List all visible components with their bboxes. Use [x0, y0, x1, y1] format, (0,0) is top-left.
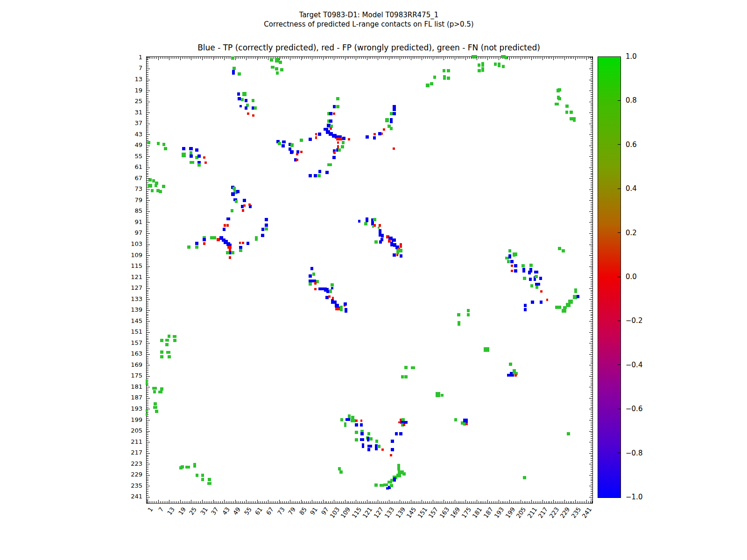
- major-tick: [180, 57, 181, 60]
- major-tick: [499, 500, 499, 503]
- x-tick-label: 49: [232, 506, 242, 516]
- colorbar-tick-label: 0.2: [626, 229, 658, 237]
- major-tick: [553, 500, 554, 503]
- x-tick-label: 217: [537, 506, 550, 519]
- contact-point-fn: [402, 472, 406, 476]
- contact-point-fp: [300, 151, 303, 153]
- contact-point-fn: [404, 366, 408, 369]
- contact-point-fp: [540, 290, 543, 293]
- y-tick-label: 205: [110, 427, 142, 434]
- contact-point-fn: [213, 236, 216, 239]
- contact-point-fn: [562, 249, 565, 252]
- contact-point-tp: [309, 174, 312, 177]
- major-tick: [589, 376, 592, 377]
- contact-point-fn: [338, 148, 341, 152]
- contact-point-fn: [276, 71, 279, 75]
- major-tick: [455, 500, 455, 503]
- major-tick: [279, 57, 280, 60]
- contact-point-fp: [314, 282, 317, 284]
- contact-point-fn: [401, 375, 404, 378]
- contact-point-fp: [400, 243, 402, 247]
- y-tick-label: 103: [110, 240, 142, 248]
- contact-point-fn: [385, 118, 389, 122]
- major-tick: [589, 354, 592, 355]
- major-tick: [257, 500, 258, 503]
- x-tick-label: 67: [265, 506, 275, 516]
- contact-point-fn: [523, 476, 526, 479]
- contact-point-fn: [558, 247, 561, 250]
- colorbar-tick-label: 0.8: [626, 96, 658, 105]
- contact-point-fn: [374, 240, 378, 244]
- y-tick-label: 49: [110, 141, 142, 149]
- major-tick: [589, 475, 592, 476]
- contact-point-tp: [290, 151, 293, 154]
- contact-point-fn: [344, 422, 346, 427]
- major-tick: [589, 497, 592, 497]
- colorbar-tick-label: 1.0: [626, 52, 658, 61]
- major-tick: [268, 57, 268, 60]
- x-tick-label: 127: [372, 506, 385, 519]
- x-tick-label: 43: [221, 506, 231, 516]
- major-tick: [246, 57, 247, 60]
- major-tick: [531, 57, 532, 60]
- colorbar-tick: [618, 144, 620, 145]
- x-tick-label: 193: [493, 506, 506, 519]
- major-tick: [589, 57, 592, 58]
- major-tick: [345, 57, 345, 60]
- contact-point-fn: [252, 99, 255, 102]
- colorbar-tick: [618, 321, 620, 321]
- major-tick: [487, 57, 488, 60]
- contact-point-tp: [522, 268, 525, 272]
- contact-point-fn: [153, 406, 157, 409]
- major-tick: [589, 266, 592, 267]
- major-tick: [345, 500, 345, 503]
- colorbar-tick: [618, 232, 620, 233]
- contact-point-fn: [570, 111, 573, 114]
- x-tick-label: 157: [427, 506, 440, 519]
- contact-point-fp: [381, 133, 383, 135]
- major-tick: [589, 365, 592, 365]
- contact-point-fp: [248, 203, 251, 206]
- major-tick: [411, 500, 411, 503]
- contact-point-fn: [309, 282, 312, 286]
- contact-point-fn: [210, 236, 213, 239]
- contact-point-tp: [345, 308, 347, 312]
- contact-point-fn: [523, 277, 526, 280]
- contact-point-fn: [536, 286, 539, 289]
- contact-point-fn: [380, 484, 384, 487]
- major-tick: [444, 500, 444, 503]
- contact-point-fn: [166, 351, 170, 354]
- contact-point-fn: [255, 236, 258, 241]
- contact-point-fn: [327, 163, 332, 166]
- major-tick: [389, 57, 389, 60]
- contact-point-fn: [573, 117, 576, 122]
- y-tick-label: 187: [110, 394, 142, 401]
- contact-point-fn: [275, 67, 278, 70]
- x-tick-label: 121: [361, 506, 374, 519]
- contact-point-fp: [203, 156, 205, 159]
- major-tick: [235, 57, 236, 60]
- major-tick: [147, 365, 150, 365]
- contact-point-fn: [378, 227, 380, 229]
- x-tick-label: 199: [504, 506, 516, 519]
- contact-point-tp: [524, 304, 527, 307]
- contact-point-fn: [279, 61, 282, 64]
- y-tick-label: 109: [110, 252, 142, 259]
- contact-point-tp: [367, 448, 371, 451]
- major-tick: [455, 57, 455, 60]
- contact-point-fn: [164, 147, 167, 150]
- major-tick: [147, 475, 150, 476]
- major-tick: [147, 222, 150, 223]
- contact-point-fn: [426, 84, 430, 88]
- contact-point-fn: [375, 440, 379, 443]
- major-tick: [202, 500, 203, 503]
- contact-point-fn: [338, 467, 341, 470]
- major-tick: [147, 80, 150, 80]
- major-tick: [147, 156, 150, 157]
- x-tick-label: 151: [416, 506, 429, 519]
- colorbar-tick: [618, 189, 620, 189]
- contact-point-fp: [396, 254, 399, 256]
- colorbar-tick-label: −0.2: [626, 316, 658, 325]
- contact-point-fn: [565, 111, 569, 114]
- major-tick: [367, 57, 367, 60]
